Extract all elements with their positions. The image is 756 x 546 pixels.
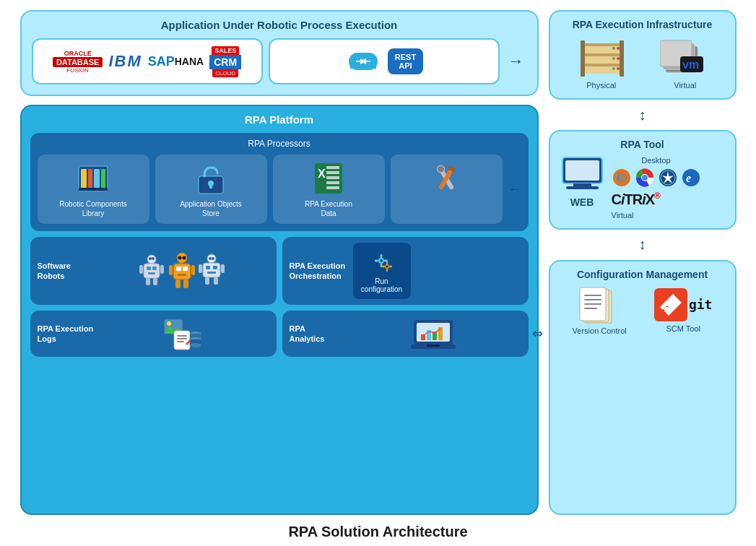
svg-rect-111 (565, 160, 599, 181)
rpa-tool-right: Desktop (612, 156, 701, 220)
bottom-title: RPA Solution Architecture (288, 519, 467, 546)
logs-icons (99, 316, 269, 351)
robot-white-icon (138, 254, 165, 288)
svg-rect-45 (191, 265, 195, 275)
rpa-processors-inner: Robotic ComponentsLibrary (38, 155, 521, 224)
gear-double-icon (369, 248, 395, 274)
rest-api-box: RESTAPI (388, 48, 423, 74)
analytics-icon (411, 317, 456, 350)
app-execution-box: Application Under Robotic Process Execut… (20, 10, 539, 96)
rpa-tool-left: WEB (559, 156, 606, 208)
config-mgmt-content: Version Control git SCM Tool (559, 286, 726, 335)
svg-rect-129 (584, 303, 601, 305)
svg-rect-127 (584, 295, 601, 296)
svg-rect-56 (221, 264, 225, 273)
svg-point-66 (386, 266, 388, 268)
svg-point-72 (167, 321, 171, 326)
desktop-label: Desktop (612, 156, 701, 165)
svg-rect-58 (214, 277, 218, 285)
svg-rect-18 (326, 171, 339, 174)
svg-rect-100 (583, 43, 621, 46)
version-control-item: Version Control (573, 286, 627, 335)
svg-point-97 (612, 57, 615, 60)
version-control-label: Version Control (573, 326, 627, 335)
run-config-card: Run configuration (353, 243, 411, 299)
left-column: Application Under Robotic Process Execut… (20, 10, 539, 515)
physical-label: Physical (586, 81, 616, 90)
svg-point-27 (152, 257, 155, 260)
vm-icon: vm (660, 36, 711, 78)
rpa-row-2: RPA ExecutionLogs (30, 311, 529, 357)
robotic-components-icon (75, 160, 111, 196)
svg-rect-43 (178, 274, 186, 276)
robot-orange-icon (168, 252, 196, 290)
svg-rect-28 (144, 264, 160, 278)
rpa-infra-content: Physical vm Virtual (559, 36, 726, 90)
svg-rect-104 (620, 40, 624, 77)
svg-text:vm: vm (682, 58, 699, 71)
rpa-infra-title: RPA Execution Infrastructure (559, 19, 726, 30)
svg-rect-46 (175, 280, 181, 288)
rpa-exec-data-icon: X (310, 160, 347, 196)
analytics-to-config-arrow: ⇔ (532, 326, 543, 342)
rpa-orchestration-card: RPA ExecutionOrchestration (282, 237, 529, 305)
svg-rect-34 (146, 278, 150, 285)
svg-point-98 (617, 57, 620, 60)
rpa-tool-title: RPA Tool (559, 139, 726, 150)
svg-rect-54 (207, 272, 216, 274)
firefox-icon (612, 168, 632, 188)
scm-tool-item: git SCM Tool (654, 288, 713, 333)
svg-rect-130 (584, 308, 597, 309)
svg-rect-68 (386, 269, 387, 272)
scm-icons-row: git (654, 288, 713, 321)
svg-rect-76 (177, 338, 187, 339)
virtual-item-label: Virtual (674, 81, 696, 90)
robots-icons (94, 252, 269, 290)
svg-point-25 (147, 255, 156, 264)
config-mgmt-title: Configuration Management (559, 269, 726, 280)
git-icon (654, 288, 687, 321)
svg-rect-40 (173, 264, 191, 280)
svg-rect-53 (213, 266, 217, 269)
svg-point-50 (212, 257, 214, 260)
tool-to-config-arrow: ↕ (549, 238, 737, 251)
web-label: WEB (570, 196, 594, 208)
chrome-icon (635, 168, 655, 188)
ie-icon: e (681, 168, 701, 188)
svg-point-94 (617, 67, 620, 70)
app-objects-icon (193, 160, 229, 196)
svg-point-82 (190, 343, 201, 347)
svg-rect-19 (326, 176, 339, 179)
svg-rect-17 (326, 166, 339, 169)
oracle-logo: ORACLE DATABASE FUSION (53, 46, 103, 77)
svg-rect-61 (380, 254, 382, 258)
virtual-label-tool: Virtual (612, 211, 701, 220)
rpa-analytics-card: RPAAnalytics (282, 311, 529, 357)
svg-rect-75 (177, 335, 187, 337)
orchestration-label: RPA ExecutionOrchestration (290, 261, 347, 282)
svg-rect-20 (326, 181, 339, 184)
svg-rect-52 (206, 266, 210, 269)
rpa-exec-data-label: RPA ExecutionData (305, 199, 352, 218)
svg-rect-35 (153, 278, 157, 285)
physical-item: Physical (574, 36, 628, 90)
app-box-inner: ORACLE DATABASE FUSION IBM SAPHANA SALES… (32, 38, 527, 84)
rpa-analytics-label: RPAAnalytics (290, 324, 340, 344)
sap-logo: SAPHANA (148, 46, 204, 77)
rpa-platform-box: RPA Platform RPA Processors (20, 105, 539, 515)
analytics-icons (346, 317, 521, 350)
citrix-label: CiTRiX® (612, 191, 660, 208)
svg-rect-21 (326, 186, 339, 189)
physical-servers-icon (574, 36, 628, 78)
logs-icon (164, 316, 204, 351)
desktop-monitor-icon (559, 156, 606, 194)
svg-rect-103 (581, 40, 585, 77)
svg-rect-128 (584, 299, 601, 300)
svg-rect-9 (94, 169, 100, 188)
cloud-restapi-group: RESTAPI (269, 38, 500, 84)
svg-rect-42 (183, 266, 188, 271)
svg-rect-30 (152, 266, 157, 270)
right-column: RPA Execution Infrastructure (549, 10, 737, 515)
rpa-tool-content: WEB Desktop (559, 156, 726, 220)
svg-rect-31 (148, 272, 155, 274)
